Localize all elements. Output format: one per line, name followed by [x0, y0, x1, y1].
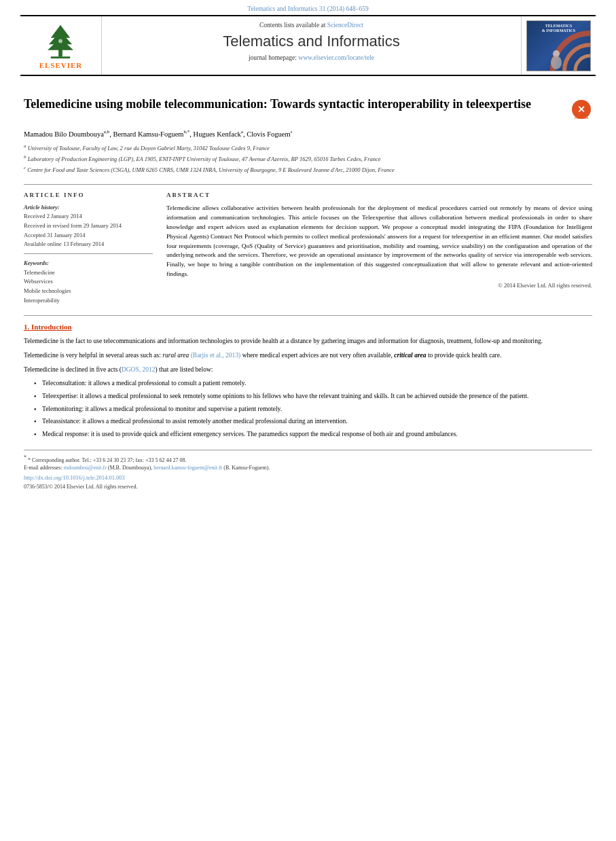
- corresponding-author-note: * * Corresponding author. Tel.: +33 6 24…: [24, 454, 592, 464]
- abstract-text: Telemedicine allows collaborative activi…: [166, 204, 592, 279]
- cover-graphic: [543, 30, 590, 71]
- contents-available: Contents lists available at ScienceDirec…: [112, 22, 511, 29]
- affiliations-block: a University of Toulouse, Faculty of Law…: [24, 143, 592, 174]
- dgos-ref[interactable]: DGOS, 2012: [122, 366, 156, 373]
- affil-c: c Centre for Food and Taste Sciences (CS…: [24, 165, 592, 175]
- homepage-link[interactable]: www.elsevier.com/locate/tele: [298, 54, 374, 61]
- bullet-item-5: Medical response: it is used to provide …: [34, 429, 592, 440]
- svg-rect-1: [51, 56, 70, 58]
- authors-line: Mamadou Bilo Doumbouyaa,b, Bernard Kamsu…: [24, 128, 592, 139]
- page: Telematics and Informatics 31 (2014) 648…: [0, 0, 616, 841]
- history-dates: Received 2 January 2014 Received in revi…: [24, 212, 153, 249]
- email2-link[interactable]: bernard.kamsu-foguem@enit.fr: [153, 465, 222, 471]
- article-title-text: Telemedicine using mobile telecommunicat…: [24, 96, 564, 112]
- author4-name: , Clovis Foguem: [243, 130, 291, 138]
- history-label: Article history:: [24, 204, 153, 211]
- rural-area-text: rural area: [162, 352, 189, 359]
- journal-cover-image: TELEMATICS& INFORMATICS: [526, 20, 591, 71]
- author1-name: Mamadou Bilo Doumbouya: [24, 130, 104, 138]
- journal-ref-text: Telematics and Informatics 31 (2014) 648…: [247, 5, 368, 12]
- abstract-column: ABSTRACT Telemedicine allows collaborati…: [166, 192, 592, 305]
- email1-link[interactable]: mdoumbou@enit.fr: [64, 465, 107, 471]
- keyword-4: Interoperability: [24, 296, 153, 306]
- introduction-section: 1. Introduction Telemedicine is the fact…: [24, 315, 592, 440]
- email-addresses-note: E-mail addresses: mdoumbou@enit.fr (M.B.…: [24, 464, 592, 471]
- barjis-ref[interactable]: (Barjis et al., 2013): [189, 352, 240, 359]
- article-title-block: Telemedicine using mobile telecommunicat…: [24, 96, 592, 120]
- svg-point-10: [551, 56, 562, 69]
- author2-sup: b,*: [184, 129, 190, 135]
- copyright-line: © 2014 Elsevier Ltd. All rights reserved…: [166, 282, 592, 289]
- elsevier-tree-icon: [40, 22, 81, 59]
- bullet-item-2: Teleexpertise: it allows a medical profe…: [34, 391, 592, 401]
- critical-area-text: critical area: [394, 352, 426, 359]
- author4-sup: c: [291, 129, 293, 135]
- author3-name: , Hugues Kenfack: [189, 130, 241, 138]
- intro-para3: Telemedicine is declined in five acts (D…: [24, 365, 592, 375]
- info-divider: [24, 253, 153, 254]
- svg-point-5: [59, 39, 63, 43]
- accepted-date: Accepted 31 January 2014: [24, 231, 153, 240]
- section-title: Introduction: [31, 323, 72, 331]
- elsevier-logo: ELSEVIER: [39, 22, 83, 69]
- author2-name: , Bernard Kamsu-Foguem: [109, 130, 183, 138]
- journal-title: Telematics and Informatics: [112, 33, 511, 50]
- article-info-label: ARTICLE INFO: [24, 192, 153, 198]
- author1-sup: a,b: [104, 129, 109, 135]
- keywords-list: Telemedicine Webservices Mobile technolo…: [24, 268, 153, 305]
- bullet-item-3: Telemonitoring: it allows a medical prof…: [34, 404, 592, 414]
- journal-cover-section: TELEMATICS& INFORMATICS: [521, 16, 596, 75]
- abstract-label: ABSTRACT: [166, 192, 592, 198]
- doi-link[interactable]: http://dx.doi.org/10.1016/j.tele.2014.01…: [24, 474, 592, 481]
- affil-b: b Laboratory of Production Engineering (…: [24, 154, 592, 164]
- received-date: Received 2 January 2014: [24, 212, 153, 221]
- section-number: 1.: [24, 323, 29, 331]
- two-column-section: ARTICLE INFO Article history: Received 2…: [24, 184, 592, 305]
- elsevier-logo-section: ELSEVIER: [20, 16, 102, 75]
- crossmark-icon: ✕ CrossMark: [570, 99, 592, 120]
- elsevier-brand-text: ELSEVIER: [39, 61, 83, 69]
- journal-header: ELSEVIER Contents lists available at Sci…: [20, 15, 596, 76]
- journal-homepage: journal homepage: www.elsevier.com/locat…: [112, 54, 511, 61]
- keyword-1: Telemedicine: [24, 268, 153, 278]
- telemedicine-acts-list: Teleconsultation: it allows a medical pr…: [34, 378, 592, 440]
- affil-a: a University of Toulouse, Faculty of Law…: [24, 143, 592, 153]
- main-content: Telemedicine using mobile telecommunicat…: [0, 76, 616, 440]
- intro-title: 1. Introduction: [24, 323, 592, 331]
- issn-line: 0736-5853/© 2014 Elsevier Ltd. All right…: [24, 484, 592, 490]
- intro-para2: Telemedicine is very helpful in several …: [24, 351, 592, 361]
- journal-title-section: Contents lists available at ScienceDirec…: [102, 16, 521, 75]
- bullet-item-1: Teleconsultation: it allows a medical pr…: [34, 378, 592, 389]
- keywords-label: Keywords:: [24, 260, 153, 266]
- svg-point-8: [575, 56, 590, 71]
- journal-reference: Telematics and Informatics 31 (2014) 648…: [0, 0, 616, 15]
- svg-text:CrossMark: CrossMark: [575, 116, 589, 120]
- keyword-2: Webservices: [24, 277, 153, 287]
- bullet-item-4: Teleassistance: it allows a medical prof…: [34, 416, 592, 427]
- available-date: Available online 13 February 2014: [24, 240, 153, 249]
- revised-date: Received in revised form 29 January 2014: [24, 221, 153, 231]
- sciencedirect-link[interactable]: ScienceDirect: [327, 22, 363, 29]
- article-info-column: ARTICLE INFO Article history: Received 2…: [24, 192, 153, 305]
- intro-para1: Telemedicine is the fact to use telecomm…: [24, 336, 592, 346]
- keyword-3: Mobile technologies: [24, 287, 153, 296]
- svg-text:✕: ✕: [577, 104, 585, 115]
- footer-section: * * Corresponding author. Tel.: +33 6 24…: [24, 450, 592, 490]
